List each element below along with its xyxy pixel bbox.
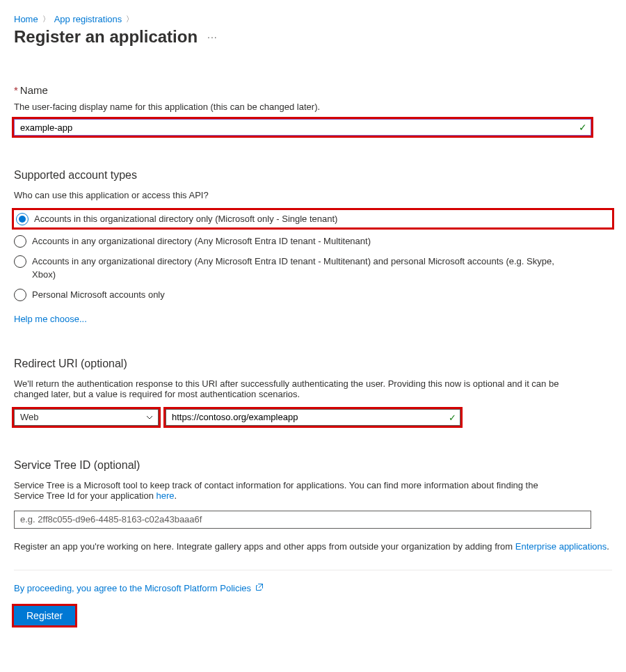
footer-note: Register an app you're working on here. … [14, 541, 612, 552]
radio-personal-only-label: Personal Microsoft accounts only [32, 288, 165, 301]
page-title: Register an application [14, 27, 198, 47]
radio-option-multitenant-personal-wrap: Accounts in any organizational directory… [14, 255, 612, 280]
platform-select[interactable]: Web [14, 409, 159, 426]
name-label-text: Name [20, 84, 48, 96]
chevron-right-icon: 〉 [42, 14, 50, 24]
name-label: *Name [14, 84, 612, 96]
footer-note-pre: Register an app you're working on here. … [14, 541, 515, 552]
platform-select-value: Web [20, 412, 39, 422]
account-types-heading: Supported account types [14, 169, 612, 182]
radio-option-single-tenant-wrap: Accounts in this organizational director… [14, 210, 612, 227]
enterprise-applications-link[interactable]: Enterprise applications [515, 541, 607, 552]
register-button[interactable]: Register [14, 606, 75, 625]
breadcrumb-home-link[interactable]: Home [14, 14, 38, 24]
breadcrumb: Home 〉 App registrations 〉 [14, 14, 612, 24]
name-input-container: ✓ [14, 119, 591, 136]
service-tree-heading: Service Tree ID (optional) [14, 459, 612, 472]
service-tree-here-link[interactable]: here [156, 490, 175, 501]
account-types-section: Supported account types Who can use this… [14, 169, 612, 324]
redirect-uri-heading: Redirect URI (optional) [14, 358, 612, 370]
platform-policies-link[interactable]: By proceeding, you agree to the Microsof… [14, 583, 251, 593]
checkmark-icon: ✓ [449, 412, 456, 422]
service-tree-desc-pre: Service Tree is a Microsoft tool to keep… [14, 480, 538, 501]
policy-row: By proceeding, you agree to the Microsof… [14, 583, 612, 593]
name-description: The user-facing display name for this ap… [14, 102, 612, 112]
footer-note-post: . [607, 541, 609, 552]
service-tree-section: Service Tree ID (optional) Service Tree … [14, 459, 612, 529]
redirect-uri-description: We'll return the authentication response… [14, 378, 584, 399]
chevron-right-icon: 〉 [126, 14, 134, 24]
redirect-uri-input-container: ✓ [166, 409, 460, 426]
service-tree-desc-post: . [175, 490, 177, 501]
service-tree-id-input[interactable] [14, 511, 591, 529]
radio-multitenant-personal[interactable] [14, 255, 26, 268]
redirect-uri-input[interactable] [166, 409, 460, 426]
redirect-uri-section: Redirect URI (optional) We'll return the… [14, 358, 612, 426]
name-input[interactable] [14, 119, 591, 136]
radio-multitenant-personal-label: Accounts in any organizational directory… [32, 255, 575, 280]
register-button-container: Register [14, 606, 75, 625]
radio-option-multitenant-wrap: Accounts in any organizational directory… [14, 234, 612, 248]
name-section: *Name The user-facing display name for t… [14, 84, 612, 136]
radio-multitenant[interactable] [14, 235, 26, 248]
more-actions-icon[interactable]: ··· [207, 31, 218, 42]
required-asterisk-icon: * [14, 84, 18, 96]
radio-option-personal-only-wrap: Personal Microsoft accounts only [14, 288, 612, 301]
divider [14, 570, 612, 570]
radio-multitenant-label: Accounts in any organizational directory… [32, 234, 371, 248]
radio-personal-only[interactable] [14, 289, 26, 301]
account-types-radio-group: Accounts in this organizational director… [14, 210, 612, 301]
radio-single-tenant[interactable] [16, 213, 29, 225]
chevron-down-icon [145, 413, 154, 422]
service-tree-description: Service Tree is a Microsoft tool to keep… [14, 480, 570, 501]
external-link-icon [255, 583, 264, 593]
help-me-choose-link[interactable]: Help me choose... [14, 314, 87, 324]
breadcrumb-app-registrations-link[interactable]: App registrations [54, 14, 122, 24]
radio-single-tenant-label: Accounts in this organizational director… [34, 212, 337, 225]
account-types-subtext: Who can use this application or access t… [14, 190, 612, 200]
